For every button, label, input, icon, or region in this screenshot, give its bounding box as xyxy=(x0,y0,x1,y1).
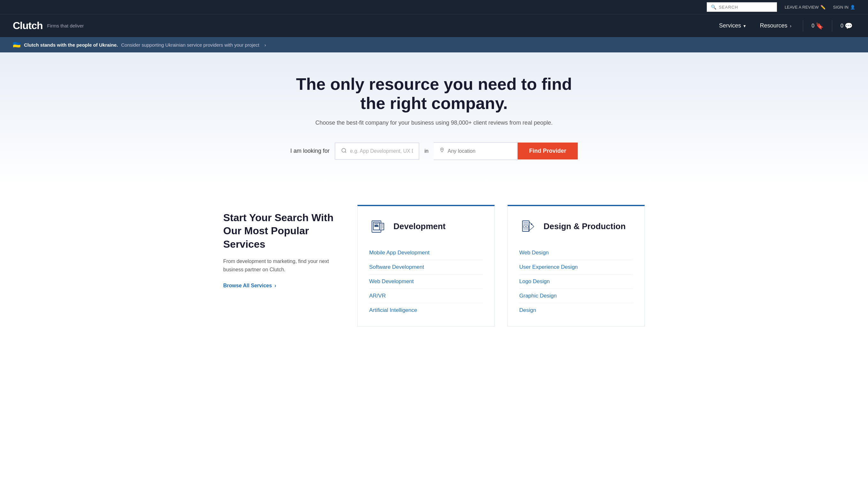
logo-tagline: Firms that deliver xyxy=(47,23,84,28)
hero-title: The only resource you need to find the r… xyxy=(290,75,578,113)
ukraine-bold-text: Clutch stands with the people of Ukraine… xyxy=(24,42,118,48)
nav-items: Services ▾ Resources › 0 🔖 0 💬 xyxy=(713,19,855,32)
list-item: Web Design xyxy=(519,246,633,260)
user-icon: 👤 xyxy=(850,5,855,9)
main-nav: Clutch Firms that deliver Services ▾ Res… xyxy=(0,14,868,37)
design-icon xyxy=(519,218,537,236)
search-location-container[interactable] xyxy=(434,142,518,160)
resources-arrow-icon: › xyxy=(790,23,792,28)
nav-divider-1 xyxy=(803,20,803,32)
list-item: Design xyxy=(519,303,633,317)
top-search-container[interactable]: 🔍 xyxy=(707,2,777,12)
development-icon: </> xyxy=(369,218,387,236)
development-links-list: Mobile App Development Software Developm… xyxy=(369,246,483,317)
search-in-label: in xyxy=(419,148,433,154)
services-intro-desc: From development to marketing, find your… xyxy=(223,257,345,274)
browse-all-services-link[interactable]: Browse All Services › xyxy=(223,283,345,289)
design-link[interactable]: Design xyxy=(519,307,633,313)
services-intro-title: Start Your Search With Our Most Popular … xyxy=(223,211,345,251)
search-service-container[interactable] xyxy=(335,143,419,160)
hero-section: The only resource you need to find the r… xyxy=(0,52,868,186)
list-item: Logo Design xyxy=(519,274,633,289)
graphic-design-link[interactable]: Graphic Design xyxy=(519,293,633,299)
web-dev-link[interactable]: Web Development xyxy=(369,278,483,285)
nav-divider-2 xyxy=(832,20,832,32)
design-links-list: Web Design User Experience Design Logo D… xyxy=(519,246,633,317)
list-item: Graphic Design xyxy=(519,289,633,303)
ukraine-rest-text: Consider supporting Ukrainian service pr… xyxy=(121,42,259,48)
logo-design-link[interactable]: Logo Design xyxy=(519,278,633,285)
ukraine-banner[interactable]: 🇺🇦 Clutch stands with the people of Ukra… xyxy=(0,37,868,52)
list-item: Mobile App Development xyxy=(369,246,483,260)
svg-rect-9 xyxy=(380,223,384,230)
arvr-link[interactable]: AR/VR xyxy=(369,293,483,299)
sign-in-link[interactable]: SIGN IN 👤 xyxy=(833,5,855,9)
design-card-title: Design & Production xyxy=(544,221,626,231)
messages-count: 0 xyxy=(840,23,843,29)
ukraine-flag-icon: 🇺🇦 xyxy=(13,41,21,49)
design-card: Design & Production Web Design User Expe… xyxy=(507,205,645,327)
browse-arrow-icon: › xyxy=(274,283,276,289)
logo-area: Clutch Firms that deliver xyxy=(13,20,84,32)
location-pin-icon xyxy=(439,147,444,155)
resources-nav-label: Resources xyxy=(760,22,787,29)
list-item: User Experience Design xyxy=(519,260,633,274)
svg-point-23 xyxy=(531,223,532,225)
top-search-input[interactable] xyxy=(719,5,773,9)
list-item: Web Development xyxy=(369,274,483,289)
svg-line-21 xyxy=(529,227,534,231)
svg-point-2 xyxy=(441,149,442,150)
search-label: I am looking for xyxy=(290,148,330,154)
mobile-app-dev-link[interactable]: Mobile App Development xyxy=(369,249,483,256)
list-item: Software Development xyxy=(369,260,483,274)
browse-all-services-label: Browse All Services xyxy=(223,283,272,289)
services-nav-button[interactable]: Services ▾ xyxy=(713,19,751,32)
messages-button[interactable]: 0 💬 xyxy=(838,20,855,32)
services-intro: Start Your Search With Our Most Popular … xyxy=(223,205,345,327)
services-section: Start Your Search With Our Most Popular … xyxy=(211,186,657,339)
top-bar: 🔍 LEAVE A REVIEW ✏️ SIGN IN 👤 xyxy=(0,0,868,14)
location-search-input[interactable] xyxy=(448,148,511,154)
bookmark-icon: 🔖 xyxy=(816,22,824,30)
list-item: Artificial Intelligence xyxy=(369,303,483,317)
services-chevron-icon: ▾ xyxy=(743,23,746,28)
svg-line-1 xyxy=(345,151,346,152)
hero-search-bar: I am looking for in Find Provider xyxy=(290,142,578,160)
design-card-header: Design & Production xyxy=(519,218,633,236)
software-dev-link[interactable]: Software Development xyxy=(369,264,483,270)
leave-review-link[interactable]: LEAVE A REVIEW ✏️ xyxy=(785,5,826,9)
bookmarks-button[interactable]: 0 🔖 xyxy=(809,20,826,32)
service-search-icon xyxy=(341,148,347,155)
bookmarks-count: 0 xyxy=(811,23,814,29)
list-item: AR/VR xyxy=(369,289,483,303)
resources-nav-button[interactable]: Resources › xyxy=(754,19,797,32)
development-card-header: </> Development xyxy=(369,218,483,236)
hero-subtitle: Choose the best-fit company for your bus… xyxy=(13,120,855,126)
svg-rect-18 xyxy=(526,226,528,228)
development-card: </> Development Mobile App Development S… xyxy=(358,205,495,327)
ai-link[interactable]: Artificial Intelligence xyxy=(369,307,483,313)
search-icon: 🔍 xyxy=(711,4,716,9)
sign-in-label: SIGN IN xyxy=(833,5,848,9)
services-nav-label: Services xyxy=(719,22,741,29)
development-card-title: Development xyxy=(394,221,445,231)
web-design-link[interactable]: Web Design xyxy=(519,249,633,256)
message-icon: 💬 xyxy=(845,22,853,30)
svg-text:</>: </> xyxy=(375,224,378,226)
find-provider-button[interactable]: Find Provider xyxy=(518,143,578,159)
svg-point-0 xyxy=(342,148,345,152)
service-search-input[interactable] xyxy=(350,148,413,154)
ux-design-link[interactable]: User Experience Design xyxy=(519,264,633,270)
leave-review-label: LEAVE A REVIEW xyxy=(785,5,819,9)
ukraine-arrow-icon: › xyxy=(265,42,266,48)
logo[interactable]: Clutch xyxy=(13,20,43,32)
edit-icon: ✏️ xyxy=(820,5,826,9)
svg-rect-17 xyxy=(523,226,525,228)
